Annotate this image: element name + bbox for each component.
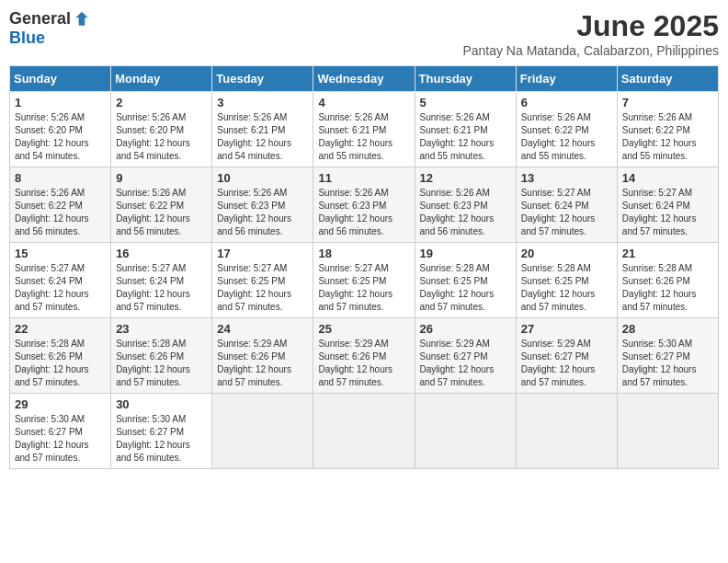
day-number: 30 <box>116 397 207 411</box>
day-number: 26 <box>420 322 511 336</box>
sunset-label: Sunset: 6:27 PM <box>420 351 488 362</box>
sunrise-label: Sunrise: 5:27 AM <box>521 188 591 198</box>
day-info: Sunrise: 5:28 AM Sunset: 6:26 PM Dayligh… <box>116 338 207 389</box>
day-info: Sunrise: 5:30 AM Sunset: 6:27 PM Dayligh… <box>15 413 106 465</box>
daylight-label: Daylight: 12 hours and 57 minutes. <box>622 289 697 312</box>
day-info: Sunrise: 5:28 AM Sunset: 6:26 PM Dayligh… <box>622 262 713 314</box>
day-cell: 15 Sunrise: 5:27 AM Sunset: 6:24 PM Dayl… <box>10 243 111 318</box>
sunrise-label: Sunrise: 5:27 AM <box>622 188 692 198</box>
day-cell: 23 Sunrise: 5:28 AM Sunset: 6:26 PM Dayl… <box>111 318 212 394</box>
day-cell: 27 Sunrise: 5:29 AM Sunset: 6:27 PM Dayl… <box>516 318 617 394</box>
day-info: Sunrise: 5:27 AM Sunset: 6:24 PM Dayligh… <box>521 187 612 238</box>
day-info: Sunrise: 5:29 AM Sunset: 6:27 PM Dayligh… <box>420 338 511 389</box>
sunset-label: Sunset: 6:24 PM <box>521 201 589 211</box>
sunset-label: Sunset: 6:25 PM <box>318 276 386 286</box>
day-info: Sunrise: 5:28 AM Sunset: 6:25 PM Dayligh… <box>420 262 511 314</box>
day-cell: 22 Sunrise: 5:28 AM Sunset: 6:26 PM Dayl… <box>10 318 111 394</box>
day-cell: 12 Sunrise: 5:26 AM Sunset: 6:23 PM Dayl… <box>415 167 516 243</box>
daylight-label: Daylight: 12 hours and 56 minutes. <box>116 440 190 463</box>
day-info: Sunrise: 5:26 AM Sunset: 6:23 PM Dayligh… <box>420 187 511 238</box>
day-cell: 2 Sunrise: 5:26 AM Sunset: 6:20 PM Dayli… <box>111 92 212 167</box>
daylight-label: Daylight: 12 hours and 55 minutes. <box>622 138 697 161</box>
sunset-label: Sunset: 6:26 PM <box>622 276 690 286</box>
daylight-label: Daylight: 12 hours and 55 minutes. <box>420 138 495 161</box>
day-cell: 5 Sunrise: 5:26 AM Sunset: 6:21 PM Dayli… <box>415 92 516 167</box>
daylight-label: Daylight: 12 hours and 57 minutes. <box>521 213 596 236</box>
daylight-label: Daylight: 12 hours and 57 minutes. <box>622 213 697 236</box>
day-number: 12 <box>420 171 511 185</box>
day-cell: 8 Sunrise: 5:26 AM Sunset: 6:22 PM Dayli… <box>10 167 111 243</box>
sunrise-label: Sunrise: 5:29 AM <box>217 339 287 349</box>
empty-cell <box>212 394 313 469</box>
day-number: 3 <box>217 96 308 109</box>
day-number: 13 <box>521 171 612 185</box>
day-number: 22 <box>15 322 106 336</box>
day-number: 24 <box>217 322 308 336</box>
empty-cell <box>516 394 617 469</box>
day-number: 19 <box>420 247 511 260</box>
day-number: 23 <box>116 322 207 336</box>
sunset-label: Sunset: 6:27 PM <box>116 427 184 437</box>
daylight-label: Daylight: 12 hours and 57 minutes. <box>318 364 392 387</box>
title-block: June 2025 Pantay Na Matanda, Calabarzon,… <box>462 9 719 58</box>
sunrise-label: Sunrise: 5:27 AM <box>15 263 85 273</box>
sunrise-label: Sunrise: 5:26 AM <box>15 112 85 122</box>
sunset-label: Sunset: 6:26 PM <box>217 351 285 362</box>
logo-blue-text: Blue <box>9 29 45 48</box>
sunset-label: Sunset: 6:27 PM <box>622 351 690 362</box>
daylight-label: Daylight: 12 hours and 57 minutes. <box>116 364 190 387</box>
day-info: Sunrise: 5:26 AM Sunset: 6:22 PM Dayligh… <box>622 111 713 163</box>
daylight-label: Daylight: 12 hours and 56 minutes. <box>217 213 291 236</box>
sunrise-label: Sunrise: 5:28 AM <box>116 339 186 349</box>
sunrise-label: Sunrise: 5:26 AM <box>318 112 388 122</box>
calendar-row: 15 Sunrise: 5:27 AM Sunset: 6:24 PM Dayl… <box>10 243 719 318</box>
daylight-label: Daylight: 12 hours and 57 minutes. <box>318 289 392 312</box>
day-number: 29 <box>15 397 106 411</box>
calendar-body: 1 Sunrise: 5:26 AM Sunset: 6:20 PM Dayli… <box>10 92 719 469</box>
day-number: 16 <box>116 247 207 260</box>
day-info: Sunrise: 5:29 AM Sunset: 6:27 PM Dayligh… <box>521 338 612 389</box>
sunset-label: Sunset: 6:26 PM <box>116 351 184 362</box>
header-monday: Monday <box>111 66 212 92</box>
day-info: Sunrise: 5:26 AM Sunset: 6:22 PM Dayligh… <box>116 187 207 238</box>
header-thursday: Thursday <box>415 66 516 92</box>
sunrise-label: Sunrise: 5:29 AM <box>521 339 591 349</box>
day-cell: 6 Sunrise: 5:26 AM Sunset: 6:22 PM Dayli… <box>516 92 617 167</box>
day-info: Sunrise: 5:30 AM Sunset: 6:27 PM Dayligh… <box>116 413 207 465</box>
sunrise-label: Sunrise: 5:27 AM <box>116 263 186 273</box>
sunset-label: Sunset: 6:23 PM <box>318 201 386 211</box>
day-cell: 21 Sunrise: 5:28 AM Sunset: 6:26 PM Dayl… <box>617 243 718 318</box>
sunset-label: Sunset: 6:20 PM <box>15 125 83 135</box>
daylight-label: Daylight: 12 hours and 57 minutes. <box>15 440 89 463</box>
sunrise-label: Sunrise: 5:28 AM <box>420 263 490 273</box>
daylight-label: Daylight: 12 hours and 57 minutes. <box>15 289 89 312</box>
daylight-label: Daylight: 12 hours and 57 minutes. <box>15 364 89 387</box>
day-cell: 18 Sunrise: 5:27 AM Sunset: 6:25 PM Dayl… <box>313 243 415 318</box>
daylight-label: Daylight: 12 hours and 56 minutes. <box>15 213 89 236</box>
sunrise-label: Sunrise: 5:30 AM <box>15 414 85 424</box>
day-number: 28 <box>622 322 713 336</box>
day-info: Sunrise: 5:27 AM Sunset: 6:25 PM Dayligh… <box>217 262 308 314</box>
sunrise-label: Sunrise: 5:26 AM <box>15 188 85 198</box>
day-cell: 11 Sunrise: 5:26 AM Sunset: 6:23 PM Dayl… <box>313 167 415 243</box>
daylight-label: Daylight: 12 hours and 57 minutes. <box>521 289 596 312</box>
sunset-label: Sunset: 6:24 PM <box>116 276 184 286</box>
sunset-label: Sunset: 6:22 PM <box>622 125 690 135</box>
day-cell: 25 Sunrise: 5:29 AM Sunset: 6:26 PM Dayl… <box>313 318 415 394</box>
sunset-label: Sunset: 6:22 PM <box>521 125 589 135</box>
calendar-row: 29 Sunrise: 5:30 AM Sunset: 6:27 PM Dayl… <box>10 394 719 469</box>
daylight-label: Daylight: 12 hours and 54 minutes. <box>15 138 89 161</box>
day-info: Sunrise: 5:26 AM Sunset: 6:22 PM Dayligh… <box>521 111 612 163</box>
sunset-label: Sunset: 6:25 PM <box>420 276 488 286</box>
day-info: Sunrise: 5:26 AM Sunset: 6:21 PM Dayligh… <box>217 111 308 163</box>
day-number: 27 <box>521 322 612 336</box>
day-number: 25 <box>318 322 409 336</box>
day-info: Sunrise: 5:27 AM Sunset: 6:24 PM Dayligh… <box>116 262 207 314</box>
daylight-label: Daylight: 12 hours and 56 minutes. <box>420 213 495 236</box>
month-title: June 2025 <box>462 9 719 43</box>
sunrise-label: Sunrise: 5:26 AM <box>622 112 692 122</box>
day-info: Sunrise: 5:26 AM Sunset: 6:23 PM Dayligh… <box>318 187 409 238</box>
sunset-label: Sunset: 6:21 PM <box>217 125 285 135</box>
day-info: Sunrise: 5:27 AM Sunset: 6:24 PM Dayligh… <box>622 187 713 238</box>
day-cell: 9 Sunrise: 5:26 AM Sunset: 6:22 PM Dayli… <box>111 167 212 243</box>
